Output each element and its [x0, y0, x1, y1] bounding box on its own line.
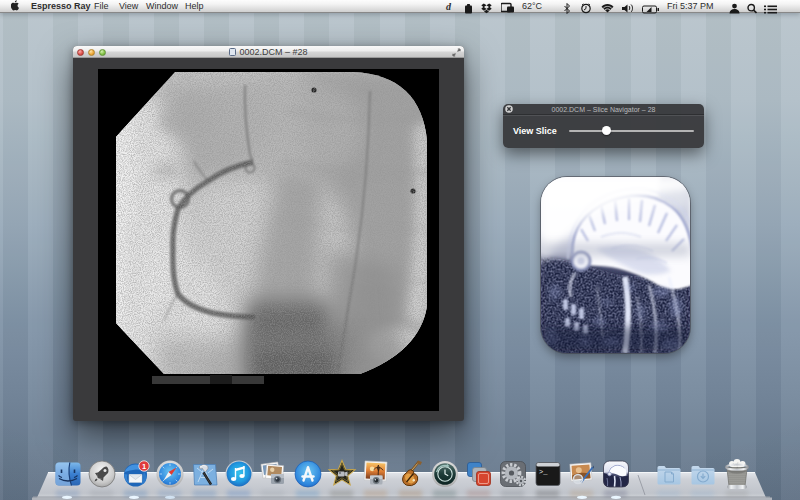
svg-text:1: 1 — [142, 462, 146, 471]
svg-text:>_: >_ — [539, 468, 548, 476]
